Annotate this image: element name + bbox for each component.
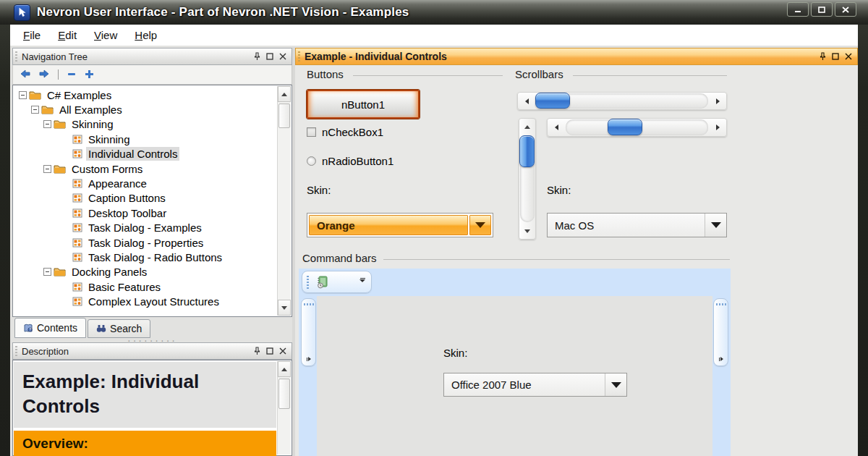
close-panel-button[interactable] bbox=[278, 347, 287, 355]
tree-expander-icon[interactable] bbox=[43, 120, 51, 128]
scroll-right-button[interactable] bbox=[708, 118, 727, 137]
toolbar-expand-icon bbox=[720, 357, 723, 361]
horizontal-scrollbar-1[interactable] bbox=[517, 92, 727, 110]
tree-expander-icon[interactable] bbox=[43, 165, 51, 173]
buttons-skin-combobox[interactable]: Orange bbox=[307, 213, 493, 237]
tree-expander-icon[interactable] bbox=[31, 106, 39, 114]
menu-file[interactable]: File bbox=[14, 25, 49, 46]
toolbar-expand-button[interactable] bbox=[714, 357, 728, 361]
horizontal-scrollbar-2[interactable] bbox=[547, 118, 727, 137]
maximize-panel-button[interactable] bbox=[265, 52, 274, 61]
menu-help[interactable]: Help bbox=[126, 25, 166, 46]
up-arrow-icon bbox=[281, 93, 287, 96]
overview-label: Overview: bbox=[22, 436, 88, 452]
address-book-icon[interactable] bbox=[316, 276, 328, 289]
scroll-down-button[interactable] bbox=[278, 300, 291, 316]
scroll-left-button[interactable] bbox=[547, 118, 566, 137]
menu-edit[interactable]: Edit bbox=[49, 25, 85, 46]
maximize-button[interactable] bbox=[811, 2, 833, 17]
checkbox-icon[interactable] bbox=[307, 127, 316, 137]
tree-item[interactable]: Complex Layout Structures bbox=[13, 294, 292, 308]
tree-item[interactable]: Task Dialog - Examples bbox=[13, 221, 292, 235]
panel-grip[interactable] bbox=[15, 346, 17, 356]
tree-item[interactable]: All Examples bbox=[13, 102, 292, 117]
back-button[interactable] bbox=[20, 69, 30, 80]
scroll-thumb[interactable] bbox=[278, 104, 290, 128]
maximize-icon bbox=[832, 53, 839, 60]
vertical-scrollbar[interactable] bbox=[519, 118, 536, 240]
tree-expander-icon[interactable] bbox=[19, 91, 27, 99]
scrollbar-thumb[interactable] bbox=[535, 93, 570, 109]
scrollbars-skin-combobox[interactable]: Mac OS bbox=[547, 213, 727, 237]
vertical-toolbar-right[interactable] bbox=[713, 298, 728, 366]
tree-item[interactable]: Desktop Toolbar bbox=[13, 206, 292, 220]
maximize-panel-button[interactable] bbox=[265, 347, 274, 355]
combobox-dropdown-button[interactable] bbox=[705, 214, 726, 237]
tab-contents[interactable]: ? Contents bbox=[14, 318, 86, 338]
scrollbar-thumb[interactable] bbox=[519, 135, 535, 167]
minimize-button[interactable] bbox=[787, 2, 809, 17]
description-heading: Example: Individual Controls bbox=[22, 369, 268, 419]
expand-all-button[interactable] bbox=[85, 69, 93, 80]
menu-view[interactable]: View bbox=[85, 25, 126, 46]
combobox-dropdown-button[interactable] bbox=[469, 215, 491, 235]
tree-item[interactable]: Custom Forms bbox=[13, 161, 292, 176]
scroll-down-button[interactable] bbox=[519, 222, 536, 240]
ncheckbox1-row[interactable]: nCheckBox1 bbox=[307, 126, 383, 138]
vertical-toolbar-left[interactable] bbox=[301, 298, 316, 366]
panel-grip[interactable] bbox=[15, 51, 17, 62]
tree-item[interactable]: Skinning bbox=[13, 117, 292, 132]
combobox-dropdown-button[interactable] bbox=[605, 373, 626, 396]
tree-item[interactable]: C# Examples bbox=[13, 88, 292, 102]
app-icon[interactable] bbox=[14, 4, 30, 21]
scroll-up-button[interactable] bbox=[278, 361, 291, 377]
description-panel-header: Description bbox=[12, 342, 292, 360]
toolbar-expand-button[interactable] bbox=[302, 357, 315, 361]
combobox-value[interactable]: Mac OS bbox=[548, 214, 705, 237]
nradiobutton1-row[interactable]: nRadioButton1 bbox=[307, 155, 393, 167]
pin-button[interactable] bbox=[818, 52, 827, 61]
tree-item[interactable]: Task Dialog - Radio Buttons bbox=[13, 250, 292, 264]
collapse-all-button[interactable] bbox=[67, 69, 76, 80]
tree-item[interactable]: Caption Buttons bbox=[13, 191, 292, 206]
scroll-thumb[interactable] bbox=[278, 379, 290, 409]
nbutton1[interactable]: nButton1 bbox=[307, 90, 420, 119]
scroll-up-button[interactable] bbox=[278, 86, 291, 102]
chevron-down-icon bbox=[711, 222, 721, 228]
scroll-left-button[interactable] bbox=[517, 92, 536, 110]
tree-expander-icon[interactable] bbox=[43, 268, 51, 276]
maximize-panel-button[interactable] bbox=[831, 52, 840, 61]
toolbar-overflow-button[interactable] bbox=[359, 278, 365, 282]
toolbar-grip[interactable] bbox=[304, 303, 314, 305]
pin-icon bbox=[254, 347, 260, 355]
maximize-icon bbox=[266, 53, 273, 60]
scrollbar-thumb[interactable] bbox=[608, 119, 642, 135]
close-button[interactable] bbox=[835, 2, 856, 17]
combobox-value[interactable]: Office 2007 Blue bbox=[444, 373, 605, 396]
tree-item[interactable]: Basic Features bbox=[13, 279, 292, 294]
horizontal-toolbar[interactable] bbox=[302, 271, 372, 293]
panel-grip[interactable] bbox=[298, 51, 300, 62]
toolbar-grip[interactable] bbox=[716, 303, 726, 305]
group-divider bbox=[573, 75, 727, 76]
command-bars-skin-combobox[interactable]: Office 2007 Blue bbox=[443, 373, 627, 397]
combobox-value[interactable]: Orange bbox=[309, 215, 468, 235]
pin-button[interactable] bbox=[252, 52, 261, 61]
command-bars-skin-label: Skin: bbox=[443, 347, 467, 359]
tree-item[interactable]: Appearance bbox=[13, 176, 292, 190]
scroll-up-button[interactable] bbox=[519, 118, 536, 135]
toolbar-grip[interactable] bbox=[307, 276, 309, 289]
close-panel-button[interactable] bbox=[278, 52, 287, 61]
pin-button[interactable] bbox=[252, 347, 261, 355]
tree-scrollbar[interactable] bbox=[277, 86, 291, 316]
window-controls bbox=[787, 2, 856, 17]
tree-item[interactable]: Docking Panels bbox=[13, 265, 292, 279]
scroll-right-button[interactable] bbox=[708, 92, 727, 110]
tree-item-selected[interactable]: Individual Controls bbox=[13, 147, 292, 161]
radio-icon[interactable] bbox=[307, 156, 316, 166]
forward-button[interactable] bbox=[39, 69, 49, 80]
close-panel-button[interactable] bbox=[844, 52, 853, 61]
tree-item[interactable]: Skinning bbox=[13, 132, 292, 146]
tree-item[interactable]: Task Dialog - Properties bbox=[13, 235, 292, 250]
description-scrollbar[interactable] bbox=[277, 361, 291, 455]
